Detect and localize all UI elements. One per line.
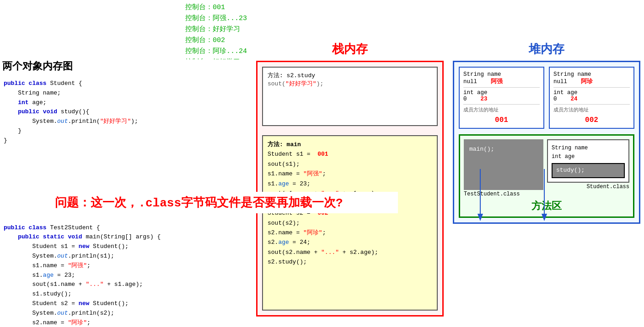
test-class-label: TestStudent.class — [464, 191, 520, 197]
heap-obj2-string-name: String name — [553, 71, 630, 78]
test-student-class-box: main(); — [464, 139, 543, 190]
main-line-3: s1.name = "阿强"; — [268, 169, 432, 179]
main-method-label: main(); — [469, 144, 538, 154]
heap-obj1-name-row: null 阿强 — [463, 78, 540, 85]
console-line-2: 控制台：阿强...23 — [185, 13, 247, 24]
stack-section: 栈内存 方法: s2.study sout("好好学习"); 方法: main … — [256, 41, 444, 316]
s2-study-label: 方法: s2.study — [268, 71, 432, 79]
method-area-title: 方法区 — [464, 199, 629, 213]
s2-study-line2: sout("好好学习"); — [268, 79, 432, 88]
main-line-9: s2.name = "阿珍"; — [268, 228, 432, 237]
heap-obj2-age-row: 0 24 — [553, 96, 630, 102]
stack-title: 栈内存 — [256, 41, 444, 57]
heap-obj1-age-row: 0 23 — [463, 96, 540, 102]
heap-obj1-method-label: 成员方法的地址 — [463, 106, 540, 113]
heap-obj1-address: 001 — [463, 116, 540, 124]
student-class-wrapper: String name int age study(); Student.cla… — [547, 139, 629, 190]
heap-obj2-name-row: null 阿珍 — [553, 78, 630, 85]
main-line-4: s1.age = 23; — [268, 179, 432, 189]
console-line-1: 控制台：001 — [185, 2, 247, 13]
method-inner: main(); String name int age study(); Stu… — [464, 139, 629, 190]
main-line-12: s2.study(); — [268, 257, 432, 267]
question-banner: 问题：这一次，.class字节码文件是否要再加载一次? — [0, 192, 398, 213]
main-line-10: s2.age = 24; — [268, 237, 432, 247]
console-line-4: 控制台：002 — [185, 35, 247, 46]
stack-main-frame: 方法: main Student s1 = 001 sout(s1); s1.n… — [262, 135, 438, 311]
stack-s2-study-frame: 方法: s2.study sout("好好学习"); — [262, 67, 438, 126]
main-line-8: sout(s2); — [268, 218, 432, 228]
heap-obj1-int-age: int age — [463, 90, 540, 96]
stack-border: 方法: s2.study sout("好好学习"); 方法: main Stud… — [256, 61, 444, 316]
console-line-5: 控制台：阿珍...24 — [185, 46, 247, 57]
heap-border: String name null 阿强 int age 0 23 成员方法的地址… — [453, 61, 640, 224]
method-area: main(); String name int age study(); Stu… — [459, 134, 634, 218]
main-line-1: Student s1 = 001 — [268, 149, 432, 159]
left-title: 两个对象内存图 — [0, 59, 247, 73]
heap-obj2-method-label: 成员方法的地址 — [553, 106, 630, 113]
main-line-2: sout(s1); — [268, 159, 432, 169]
study-method-box: study(); — [552, 163, 625, 178]
main-line-11: sout(s2.name + "..." + s2.age); — [268, 248, 432, 257]
heap-obj1-string-name: String name — [463, 71, 540, 78]
student-string-name: String name — [552, 144, 625, 153]
console-line-3: 控制台：好好学习 — [185, 24, 247, 35]
test-class-label-row: TestStudent.class — [464, 191, 629, 197]
heap-title: 堆内存 — [453, 41, 640, 57]
heap-obj-1: String name null 阿强 int age 0 23 成员方法的地址… — [459, 67, 544, 129]
heap-obj2-address: 002 — [553, 116, 630, 124]
student-class-box: String name int age study(); — [547, 139, 629, 183]
heap-section: 堆内存 String name null 阿强 int age 0 23 — [453, 41, 640, 224]
student-class-label: Student.class — [547, 184, 629, 190]
left-panel: 两个对象内存图 public class Student { String na… — [0, 59, 247, 327]
heap-obj-2: String name null 阿珍 int age 0 24 成员方法的地址… — [549, 67, 634, 129]
main-label: 方法: main — [268, 140, 432, 149]
heap-objects: String name null 阿强 int age 0 23 成员方法的地址… — [459, 67, 634, 129]
student-int-age: int age — [552, 153, 625, 161]
test2student-class-code: public class Test2Student { public stati… — [0, 221, 247, 327]
heap-obj2-int-age: int age — [553, 90, 630, 96]
student-class-code: public class Student { String name; int … — [0, 77, 247, 148]
